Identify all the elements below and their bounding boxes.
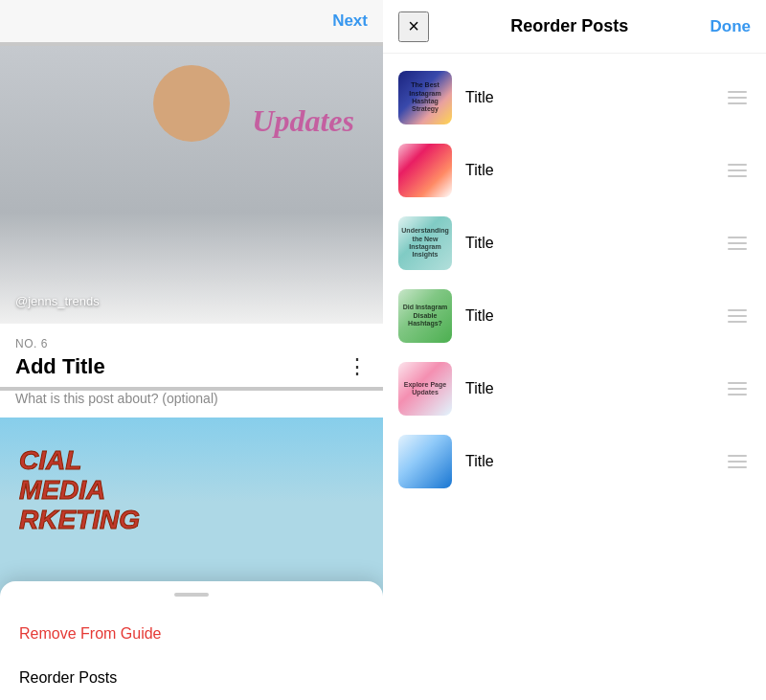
sign-line-2: MEDIA [19,476,364,506]
post-list-item[interactable]: The Best Instagram Hashtag StrategyTitle [383,61,766,134]
post-thumbnail: The Best Instagram Hashtag Strategy [398,71,452,124]
drag-handle[interactable] [724,451,751,472]
more-options-button[interactable]: ⋮ [347,356,368,377]
username-tag: @jenns_trends [15,294,100,308]
drag-handle[interactable] [724,378,751,399]
post-thumbnail: Did Instagram Disable Hashtags? [398,289,452,343]
post-row-title: Title [465,307,710,325]
next-button[interactable]: Next [332,11,368,31]
done-button[interactable]: Done [710,17,751,36]
drag-handle[interactable] [724,160,751,181]
post-thumbnail [398,144,452,197]
right-panel: × Reorder Posts Done The Best Instagram … [383,0,766,700]
left-header: Next [0,0,383,42]
post-meta: NO. 6 Add Title ⋮ [0,324,383,387]
post-row-title: Title [465,380,710,397]
posts-list: The Best Instagram Hashtag StrategyTitle… [383,54,766,700]
reorder-posts-button[interactable]: Reorder Posts [0,656,383,700]
sheet-handle [174,593,209,597]
sign-line-3: RKETING [19,506,364,535]
post-list-item[interactable]: Title [383,134,766,207]
remove-from-guide-button[interactable]: Remove From Guide [0,612,383,656]
panel-title: Reorder Posts [510,16,628,36]
post-row-title: Title [465,235,710,252]
post-row-title: Title [465,162,710,179]
post-title: Add Title [15,354,105,379]
post-subtitle: What is this post about? (optional) [0,391,383,418]
post-list-item[interactable]: Understanding the New Instagram Insights… [383,207,766,280]
post-list-item[interactable]: Explore Page UpdatesTitle [383,352,766,425]
post-row-title: Title [465,89,710,106]
post-thumbnail: Explore Page Updates [398,362,452,416]
woman-figure [0,46,383,324]
drag-handle[interactable] [724,87,751,108]
drag-handle[interactable] [724,305,751,327]
sign-line-1: CIAL [19,446,364,476]
post-thumbnail: Understanding the New Instagram Insights [398,216,452,270]
drag-handle[interactable] [724,233,751,254]
post-title-row: Add Title ⋮ [15,354,368,379]
post-row-title: Title [465,453,710,470]
post-list-item[interactable]: Title [383,425,766,498]
right-header: × Reorder Posts Done [383,0,766,54]
updates-text: Updates [252,103,354,139]
left-panel: Next Updates @jenns_trends NO. 6 Add Tit… [0,0,383,700]
post-list-item[interactable]: Did Instagram Disable Hashtags?Title [383,280,766,352]
post-thumbnail [398,435,452,488]
sign-text: CIAL MEDIA RKETING [19,446,364,534]
post-number: NO. 6 [15,337,368,350]
bottom-sheet: Remove From Guide Reorder Posts [0,581,383,700]
post-top-image: Updates @jenns_trends [0,46,383,324]
close-button[interactable]: × [398,11,429,42]
